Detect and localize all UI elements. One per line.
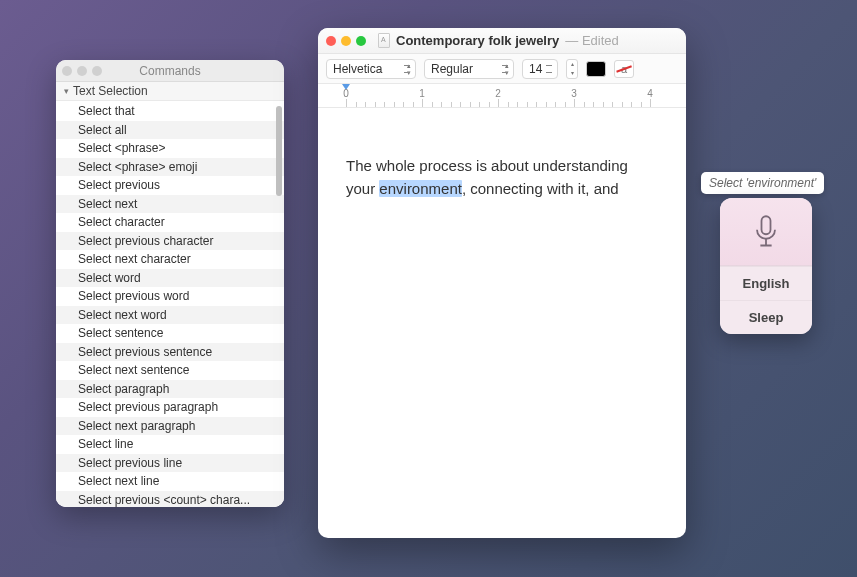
command-item[interactable]: Select that <box>56 102 284 121</box>
command-item[interactable]: Select next character <box>56 250 284 269</box>
font-size-select[interactable]: 14 <box>522 59 558 79</box>
editor-content[interactable]: The whole process is about understanding… <box>318 108 686 538</box>
editor-toolbar: Helvetica ▴▾ Regular ▴▾ 14 ▴▾ a <box>318 54 686 84</box>
language-button[interactable]: English <box>720 266 812 300</box>
traffic-lights[interactable] <box>62 66 102 76</box>
sleep-button[interactable]: Sleep <box>720 300 812 334</box>
command-item[interactable]: Select previous <count> chara... <box>56 491 284 508</box>
traffic-lights[interactable] <box>326 36 366 46</box>
font-family-select[interactable]: Helvetica ▴▾ <box>326 59 416 79</box>
close-icon[interactable] <box>62 66 72 76</box>
command-item[interactable]: Select paragraph <box>56 380 284 399</box>
command-item[interactable]: Select next <box>56 195 284 214</box>
section-header-text-selection[interactable]: ▾ Text Selection <box>56 82 284 101</box>
text-color-swatch[interactable] <box>586 61 606 77</box>
minimize-icon[interactable] <box>77 66 87 76</box>
zoom-icon[interactable] <box>356 36 366 46</box>
commands-body: ▾ Text Selection Select thatSelect allSe… <box>56 82 284 507</box>
font-size-stepper[interactable]: ▴▾ <box>566 59 578 79</box>
ruler-label: 0 <box>343 88 349 99</box>
command-item[interactable]: Select next word <box>56 306 284 325</box>
commands-titlebar[interactable]: Commands <box>56 60 284 82</box>
commands-window: Commands ▾ Text Selection Select thatSel… <box>56 60 284 507</box>
font-style-value: Regular <box>431 62 473 76</box>
document-title: Contemporary folk jewelry <box>396 33 559 48</box>
font-size-value: 14 <box>529 62 542 76</box>
editor-window: Contemporary folk jewelry — Edited Helve… <box>318 28 686 538</box>
command-item[interactable]: Select previous line <box>56 454 284 473</box>
editor-titlebar[interactable]: Contemporary folk jewelry — Edited <box>318 28 686 54</box>
command-item[interactable]: Select <phrase> <box>56 139 284 158</box>
command-item[interactable]: Select line <box>56 435 284 454</box>
font-family-value: Helvetica <box>333 62 382 76</box>
selected-text[interactable]: environment <box>379 180 462 197</box>
command-item[interactable]: Select <phrase> emoji <box>56 158 284 177</box>
command-item[interactable]: Select sentence <box>56 324 284 343</box>
microphone-button[interactable] <box>720 198 812 266</box>
minimize-icon[interactable] <box>341 36 351 46</box>
strikethrough-button[interactable]: a <box>614 60 634 78</box>
close-icon[interactable] <box>326 36 336 46</box>
section-label: Text Selection <box>73 84 148 98</box>
ruler-label: 3 <box>571 88 577 99</box>
ruler-label: 4 <box>647 88 653 99</box>
voice-control-panel: English Sleep <box>720 198 812 334</box>
scrollbar[interactable] <box>276 106 282 196</box>
edited-indicator: — Edited <box>565 33 618 48</box>
command-item[interactable]: Select character <box>56 213 284 232</box>
command-item[interactable]: Select next paragraph <box>56 417 284 436</box>
command-item[interactable]: Select word <box>56 269 284 288</box>
font-style-select[interactable]: Regular ▴▾ <box>424 59 514 79</box>
command-item[interactable]: Select next sentence <box>56 361 284 380</box>
command-item[interactable]: Select all <box>56 121 284 140</box>
zoom-icon[interactable] <box>92 66 102 76</box>
command-item[interactable]: Select previous <box>56 176 284 195</box>
command-item[interactable]: Select next line <box>56 472 284 491</box>
command-item[interactable]: Select previous sentence <box>56 343 284 362</box>
microphone-icon <box>752 214 780 250</box>
command-item[interactable]: Select previous word <box>56 287 284 306</box>
ruler[interactable]: 01234 <box>318 84 686 108</box>
ruler-label: 1 <box>419 88 425 99</box>
command-item[interactable]: Select previous character <box>56 232 284 251</box>
voice-feedback-tooltip: Select 'environment' <box>701 172 824 194</box>
body-text: , connecting with it, and <box>462 180 619 197</box>
document-icon <box>378 33 390 48</box>
chevron-down-icon: ▾ <box>64 86 69 96</box>
command-item[interactable]: Select previous paragraph <box>56 398 284 417</box>
ruler-label: 2 <box>495 88 501 99</box>
svg-rect-0 <box>762 216 771 234</box>
commands-list: Select thatSelect allSelect <phrase>Sele… <box>56 102 284 507</box>
